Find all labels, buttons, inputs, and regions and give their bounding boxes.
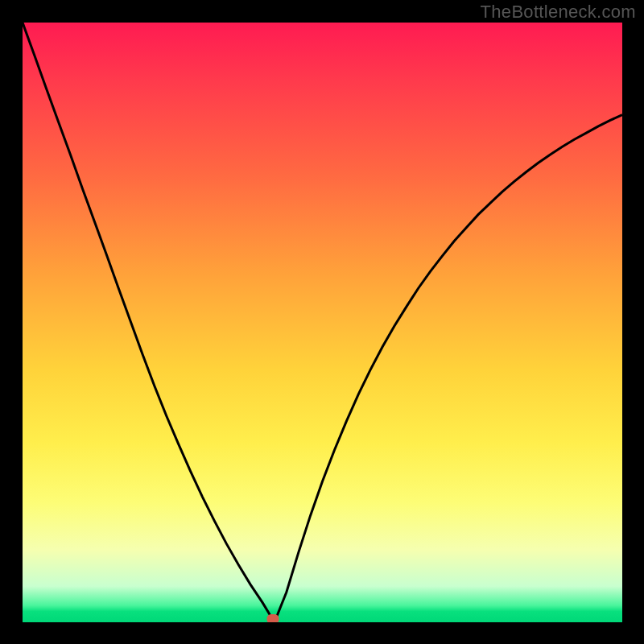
chart-frame: TheBottleneck.com [0, 0, 644, 644]
minimum-marker-icon [267, 614, 279, 622]
bottleneck-curve [23, 23, 622, 622]
plot-area [23, 23, 622, 622]
watermark-text: TheBottleneck.com [481, 2, 636, 23]
curve-svg [23, 23, 622, 622]
